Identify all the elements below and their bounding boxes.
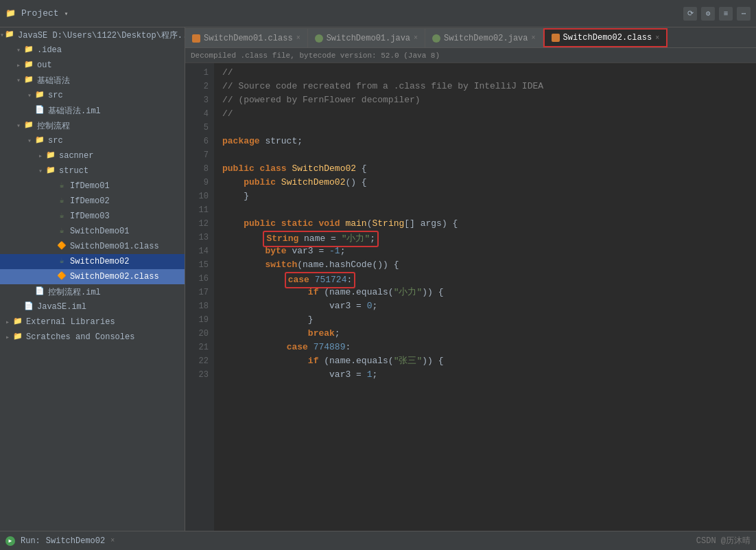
sidebar-item-label-ifdemo01: IfDemo01 — [70, 181, 110, 191]
code-line-4: // — [222, 107, 748, 121]
code-line-11 — [222, 203, 748, 217]
sidebar-item-label-ifdemo02: IfDemo02 — [70, 196, 110, 206]
tab-close-switchdemo02_java_tab[interactable]: × — [532, 34, 536, 42]
tab-switchdemo02_java_tab[interactable]: SwitchDemo02.java× — [425, 28, 543, 47]
cog-icon[interactable]: ⚙ — [701, 7, 715, 21]
sidebar-item-label-sacnner: sacnner — [59, 151, 93, 161]
sidebar-item-idea[interactable]: 📁.idea — [0, 43, 185, 58]
code-line-17: if (name.equals("小力")) { — [222, 286, 748, 299]
top-toolbar: 📁 Project ▾ ⟳ ⚙ ≡ ⋯ — [0, 0, 756, 27]
code-line-19: } — [222, 313, 748, 327]
line-number-23: 23 — [185, 368, 209, 382]
sidebar-item-scratches[interactable]: 📁Scratches and Consoles — [0, 330, 185, 345]
code-area[interactable]: 1234567891011121314151617181920212223 //… — [185, 63, 756, 531]
iml-icon: 📄 — [34, 105, 45, 116]
sidebar-item-ifdemo01[interactable]: ☕IfDemo01 — [0, 179, 185, 194]
sidebar-item-kongzhi_iml[interactable]: 📄控制流程.iml — [0, 284, 185, 299]
sidebar-item-jichu_iml[interactable]: 📄基础语法.iml — [0, 103, 185, 118]
sidebar-item-label-idea: .idea — [37, 45, 62, 55]
line-number-13: 13 — [185, 231, 209, 244]
sidebar-item-ext_libs[interactable]: 📁External Libraries — [0, 314, 185, 330]
sidebar-item-sacnner[interactable]: 📁sacnner — [0, 148, 185, 163]
tab-switchdemo02_class_tab[interactable]: SwitchDemo02.class× — [543, 28, 668, 47]
sidebar-item-kongzhi[interactable]: 📁控制流程 — [0, 118, 185, 133]
tab-switchdemo01_java_tab[interactable]: SwitchDemo01.java× — [308, 28, 425, 47]
line-numbers: 1234567891011121314151617181920212223 — [185, 63, 214, 531]
dots-icon[interactable]: ⋯ — [737, 7, 751, 21]
tab-close-switchdemo01_class_tab[interactable]: × — [296, 34, 300, 42]
sidebar-item-javase_iml[interactable]: 📄JavaSE.iml — [0, 299, 185, 314]
tab-switchdemo01_class_tab[interactable]: SwitchDemo01.class× — [185, 28, 308, 47]
line-number-16: 16 — [185, 272, 209, 286]
sidebar-item-switchdemo01[interactable]: ☕SwitchDemo01 — [0, 224, 185, 239]
code-line-22: if (name.equals("张三")) { — [222, 354, 748, 368]
folder-icon: 📁 — [23, 120, 34, 131]
java-tab-icon — [432, 34, 440, 43]
code-line-1: // — [222, 66, 748, 80]
sidebar-item-src_jichu[interactable]: 📁src — [0, 88, 185, 103]
code-line-2: // Source code recreated from a .class f… — [222, 80, 748, 93]
run-close-icon[interactable]: × — [110, 537, 115, 545]
folder-icon: 📁 — [12, 332, 23, 343]
tab-close-switchdemo01_java_tab[interactable]: × — [414, 34, 418, 42]
line-number-12: 12 — [185, 217, 209, 231]
line-number-7: 7 — [185, 148, 209, 162]
sidebar-item-javase[interactable]: 📁JavaSE D:\Users\1122\Desktop\程序... — [0, 27, 185, 43]
editor-area: SwitchDemo01.class×SwitchDemo01.java×Swi… — [185, 27, 756, 531]
sidebar-item-label-jichu: 基础语法 — [37, 75, 70, 87]
line-number-18: 18 — [185, 299, 209, 313]
editor-info-bar: Decompiled .class file, bytecode version… — [185, 48, 756, 63]
sidebar-item-ifdemo03[interactable]: ☕IfDemo03 — [0, 209, 185, 224]
sidebar-item-out[interactable]: 📁out — [0, 58, 185, 73]
decompile-info-text: Decompiled .class file, bytecode version… — [191, 51, 440, 60]
code-line-13: String name = "小力"; — [222, 231, 748, 244]
line-number-2: 2 — [185, 80, 209, 93]
code-line-20: break; — [222, 327, 748, 341]
run-target[interactable]: SwitchDemo02 — [46, 536, 105, 546]
line-number-22: 22 — [185, 354, 209, 368]
sidebar-item-label-kongzhi: 控制流程 — [37, 120, 70, 132]
folder-icon: 📁 — [45, 165, 56, 176]
sidebar-item-struct[interactable]: 📁struct — [0, 163, 185, 179]
folder-icon: 📁 — [23, 45, 34, 56]
code-content: //// Source code recreated from a .class… — [214, 63, 756, 531]
project-dropdown[interactable]: Project — [21, 8, 59, 19]
line-number-1: 1 — [185, 66, 209, 80]
code-line-9: public SwitchDemo02() { — [222, 176, 748, 190]
sidebar-item-switchdemo02[interactable]: ☕SwitchDemo02 — [0, 254, 185, 269]
main-area: 📁JavaSE D:\Users\1122\Desktop\程序...📁.ide… — [0, 27, 756, 531]
line-number-17: 17 — [185, 286, 209, 299]
sidebar-item-label-src_kongzhi: src — [48, 136, 63, 146]
line-number-6: 6 — [185, 135, 209, 148]
sidebar-item-src_kongzhi[interactable]: 📁src — [0, 133, 185, 148]
sidebar-item-label-switchdemo02: SwitchDemo02 — [70, 257, 129, 266]
line-number-4: 4 — [185, 107, 209, 121]
code-line-18: var3 = 0; — [222, 299, 748, 313]
sidebar-item-switchdemo02_class[interactable]: 🔶SwitchDemo02.class — [0, 269, 185, 284]
collapse-icon[interactable]: ≡ — [719, 7, 733, 21]
code-line-7 — [222, 148, 748, 162]
sync-icon[interactable]: ⟳ — [683, 7, 697, 21]
code-line-16: case 751724: — [222, 272, 748, 286]
sidebar-item-label-jichu_iml: 基础语法.iml — [48, 105, 101, 117]
line-number-5: 5 — [185, 121, 209, 135]
java-icon: ☕ — [56, 211, 67, 222]
project-icon: 📁 — [4, 30, 15, 41]
iml-icon: 📄 — [34, 286, 45, 297]
sidebar-item-switchdemo01_class[interactable]: 🔶SwitchDemo01.class — [0, 239, 185, 254]
tab-close-switchdemo02_class_tab[interactable]: × — [655, 34, 659, 42]
code-line-5 — [222, 121, 748, 135]
line-number-10: 10 — [185, 190, 209, 203]
class-icon: 🔶 — [56, 241, 67, 252]
sidebar-item-jichu[interactable]: 📁基础语法 — [0, 73, 185, 88]
tab-label-switchdemo01_java_tab: SwitchDemo01.java — [327, 34, 410, 43]
sidebar-item-label-out: out — [37, 60, 52, 70]
folder-icon: 📁 — [12, 317, 23, 328]
sidebar-item-ifdemo02[interactable]: ☕IfDemo02 — [0, 194, 185, 209]
sidebar-item-label-ext_libs: External Libraries — [26, 317, 115, 327]
folder-icon: 📁 — [45, 150, 56, 161]
code-line-14: byte var3 = -1; — [222, 244, 748, 258]
code-line-23: var3 = 1; — [222, 368, 748, 382]
code-line-21: case 774889: — [222, 341, 748, 354]
folder-icon: 📁 — [34, 135, 45, 146]
